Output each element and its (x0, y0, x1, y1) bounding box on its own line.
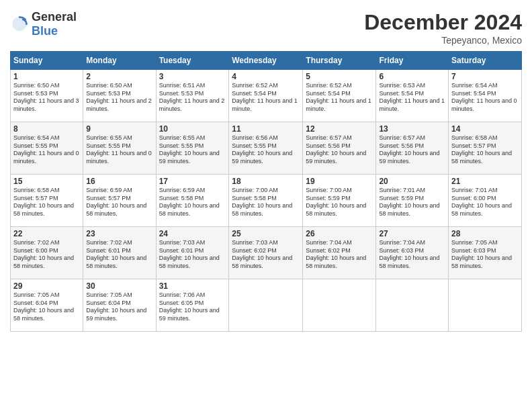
day-number: 21 (451, 177, 519, 186)
calendar-cell: 22 Sunrise: 7:02 AMSunset: 6:00 PMDaylig… (11, 227, 83, 279)
day-info: Sunrise: 7:01 AMSunset: 6:00 PMDaylight:… (451, 187, 519, 218)
day-number: 10 (159, 124, 226, 134)
day-number: 23 (86, 229, 152, 238)
location: Tepeyanco, Mexico (364, 35, 522, 46)
calendar-cell: 19 Sunrise: 7:00 AMSunset: 5:59 PMDaylig… (303, 175, 376, 227)
day-info: Sunrise: 7:03 AMSunset: 6:02 PMDaylight:… (232, 239, 300, 271)
weekday-header: Saturday (449, 52, 522, 70)
day-info: Sunrise: 7:03 AMSunset: 6:01 PMDaylight:… (159, 239, 226, 271)
day-info: Sunrise: 6:59 AMSunset: 5:58 PMDaylight:… (159, 187, 226, 218)
calendar-cell: 11 Sunrise: 6:56 AMSunset: 5:55 PMDaylig… (229, 122, 303, 175)
day-number: 2 (86, 72, 152, 81)
weekday-header: Monday (83, 52, 156, 70)
weekday-header: Sunday (11, 52, 83, 70)
day-info: Sunrise: 6:51 AMSunset: 5:53 PMDaylight:… (159, 82, 226, 113)
calendar-cell (376, 279, 449, 332)
weekday-header: Friday (376, 52, 449, 70)
day-info: Sunrise: 6:58 AMSunset: 5:57 PMDaylight:… (451, 134, 519, 166)
day-info: Sunrise: 7:06 AMSunset: 6:05 PMDaylight:… (159, 291, 226, 323)
calendar-cell: 17 Sunrise: 6:59 AMSunset: 5:58 PMDaylig… (156, 175, 229, 227)
day-info: Sunrise: 6:59 AMSunset: 5:57 PMDaylight:… (86, 187, 152, 218)
calendar-cell: 31 Sunrise: 7:06 AMSunset: 6:05 PMDaylig… (156, 279, 229, 332)
logo-blue: Blue (32, 24, 58, 38)
day-number: 8 (13, 124, 80, 134)
day-info: Sunrise: 7:04 AMSunset: 6:02 PMDaylight:… (306, 239, 373, 271)
calendar-cell: 24 Sunrise: 7:03 AMSunset: 6:01 PMDaylig… (156, 227, 229, 279)
calendar-cell: 14 Sunrise: 6:58 AMSunset: 5:57 PMDaylig… (449, 122, 522, 175)
calendar-week-row: 8 Sunrise: 6:54 AMSunset: 5:55 PMDayligh… (11, 122, 522, 175)
calendar-cell (449, 279, 522, 332)
day-info: Sunrise: 6:58 AMSunset: 5:57 PMDaylight:… (13, 187, 80, 218)
calendar-cell: 30 Sunrise: 7:05 AMSunset: 6:04 PMDaylig… (83, 279, 156, 332)
calendar-cell (229, 279, 303, 332)
day-number: 11 (232, 124, 300, 134)
calendar-cell: 13 Sunrise: 6:57 AMSunset: 5:56 PMDaylig… (376, 122, 449, 175)
day-number: 16 (86, 177, 152, 186)
calendar-cell: 18 Sunrise: 7:00 AMSunset: 5:58 PMDaylig… (229, 175, 303, 227)
day-info: Sunrise: 7:00 AMSunset: 5:58 PMDaylight:… (232, 187, 300, 218)
calendar-cell: 25 Sunrise: 7:03 AMSunset: 6:02 PMDaylig… (229, 227, 303, 279)
day-info: Sunrise: 7:05 AMSunset: 6:04 PMDaylight:… (13, 291, 80, 323)
calendar-cell: 7 Sunrise: 6:54 AMSunset: 5:54 PMDayligh… (449, 70, 522, 122)
calendar-cell: 23 Sunrise: 7:02 AMSunset: 6:01 PMDaylig… (83, 227, 156, 279)
day-info: Sunrise: 6:54 AMSunset: 5:55 PMDaylight:… (13, 134, 80, 166)
day-number: 20 (379, 177, 445, 186)
weekday-header: Tuesday (156, 52, 229, 70)
day-info: Sunrise: 7:04 AMSunset: 6:03 PMDaylight:… (379, 239, 445, 271)
calendar-cell: 1 Sunrise: 6:50 AMSunset: 5:53 PMDayligh… (11, 70, 83, 122)
day-info: Sunrise: 6:53 AMSunset: 5:54 PMDaylight:… (379, 82, 445, 113)
day-info: Sunrise: 7:05 AMSunset: 6:03 PMDaylight:… (451, 239, 519, 271)
calendar-cell: 4 Sunrise: 6:52 AMSunset: 5:54 PMDayligh… (229, 70, 303, 122)
day-info: Sunrise: 6:57 AMSunset: 5:56 PMDaylight:… (306, 134, 373, 166)
weekday-header-row: SundayMondayTuesdayWednesdayThursdayFrid… (11, 52, 522, 70)
day-info: Sunrise: 6:54 AMSunset: 5:54 PMDaylight:… (451, 82, 519, 113)
day-number: 18 (232, 177, 300, 186)
day-number: 24 (159, 229, 226, 238)
calendar-cell: 9 Sunrise: 6:55 AMSunset: 5:55 PMDayligh… (83, 122, 156, 175)
day-number: 7 (451, 72, 519, 81)
calendar-cell: 5 Sunrise: 6:52 AMSunset: 5:54 PMDayligh… (303, 70, 376, 122)
day-number: 1 (13, 72, 80, 81)
day-info: Sunrise: 6:55 AMSunset: 5:55 PMDaylight:… (159, 134, 226, 166)
day-number: 12 (306, 124, 373, 134)
day-number: 31 (159, 281, 226, 291)
day-info: Sunrise: 6:50 AMSunset: 5:53 PMDaylight:… (13, 82, 80, 113)
day-number: 30 (86, 281, 152, 291)
logo: General Blue (10, 10, 77, 38)
day-info: Sunrise: 6:55 AMSunset: 5:55 PMDaylight:… (86, 134, 152, 166)
calendar-cell (303, 279, 376, 332)
day-info: Sunrise: 7:00 AMSunset: 5:59 PMDaylight:… (306, 187, 373, 218)
main-container: General Blue December 2024 Tepeyanco, Me… (0, 0, 532, 338)
day-number: 29 (13, 281, 80, 291)
day-number: 22 (13, 229, 80, 238)
title-area: December 2024 Tepeyanco, Mexico (364, 10, 522, 46)
logo-icon (10, 15, 29, 34)
day-info: Sunrise: 7:02 AMSunset: 6:01 PMDaylight:… (86, 239, 152, 271)
day-number: 3 (159, 72, 226, 81)
day-number: 25 (232, 229, 300, 238)
calendar-table: SundayMondayTuesdayWednesdayThursdayFrid… (10, 51, 522, 332)
month-title: December 2024 (364, 10, 522, 35)
day-number: 13 (379, 124, 445, 134)
calendar-cell: 16 Sunrise: 6:59 AMSunset: 5:57 PMDaylig… (83, 175, 156, 227)
logo-general: General (32, 10, 77, 24)
calendar-week-row: 22 Sunrise: 7:02 AMSunset: 6:00 PMDaylig… (11, 227, 522, 279)
day-number: 26 (306, 229, 373, 238)
calendar-cell: 6 Sunrise: 6:53 AMSunset: 5:54 PMDayligh… (376, 70, 449, 122)
calendar-cell: 10 Sunrise: 6:55 AMSunset: 5:55 PMDaylig… (156, 122, 229, 175)
weekday-header: Thursday (303, 52, 376, 70)
calendar-cell: 12 Sunrise: 6:57 AMSunset: 5:56 PMDaylig… (303, 122, 376, 175)
day-number: 5 (306, 72, 373, 81)
day-number: 19 (306, 177, 373, 186)
day-info: Sunrise: 6:50 AMSunset: 5:53 PMDaylight:… (86, 82, 152, 113)
calendar-cell: 2 Sunrise: 6:50 AMSunset: 5:53 PMDayligh… (83, 70, 156, 122)
day-number: 14 (451, 124, 519, 134)
calendar-cell: 8 Sunrise: 6:54 AMSunset: 5:55 PMDayligh… (11, 122, 83, 175)
calendar-cell: 15 Sunrise: 6:58 AMSunset: 5:57 PMDaylig… (11, 175, 83, 227)
day-info: Sunrise: 6:52 AMSunset: 5:54 PMDaylight:… (232, 82, 300, 113)
day-number: 9 (86, 124, 152, 134)
calendar-cell: 21 Sunrise: 7:01 AMSunset: 6:00 PMDaylig… (449, 175, 522, 227)
calendar-week-row: 15 Sunrise: 6:58 AMSunset: 5:57 PMDaylig… (11, 175, 522, 227)
day-number: 15 (13, 177, 80, 186)
day-number: 28 (451, 229, 519, 238)
